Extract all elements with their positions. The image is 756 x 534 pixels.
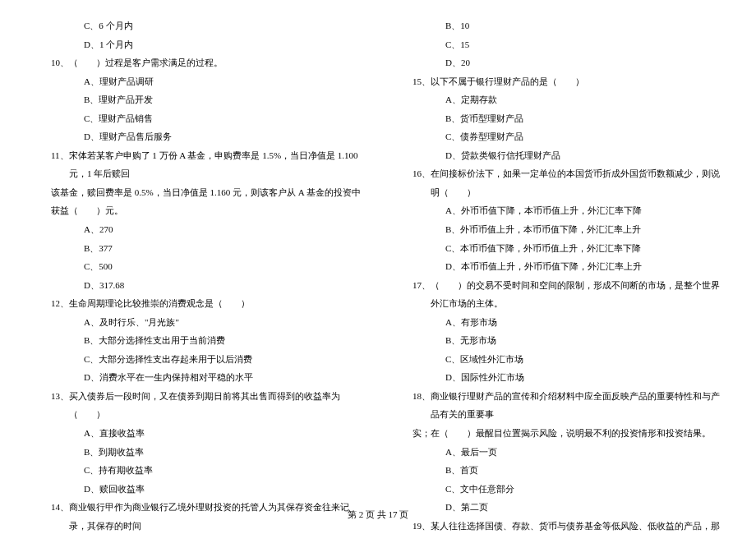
q9-option-d: D、1 个月内 [33,35,362,54]
q13-option-a: A、直接收益率 [33,424,362,443]
q17-option-c: C、区域性外汇市场 [394,350,723,369]
q12-option-c: C、大部分选择性支出存起来用于以后消费 [33,350,362,369]
q14-option-c: C、15 [394,35,723,54]
q13-option-b: B、到期收益率 [33,443,362,462]
q11-stem-line1: 11、宋体若某客户申购了 1 万份 A 基金，申购费率是 1.5%，当日净值是 … [51,146,362,183]
q11-option-a: A、270 [33,220,362,239]
q14-option-b: B、10 [394,16,723,35]
q10-stem: 10、（ ）过程是客户需求满足的过程。 [51,53,362,72]
q11-option-b: B、377 [33,239,362,258]
q18-option-b: B、首页 [394,461,723,480]
page-footer: 第 2 页 共 17 页 [0,509,756,521]
q11-option-c: C、500 [33,257,362,276]
q10-option-c: C、理财产品销售 [33,109,362,128]
q16-option-b: B、外币币值上升，本币币值下降，外汇汇率上升 [394,220,723,239]
q10-option-a: A、理财产品调研 [33,72,362,91]
q14-option-d: D、20 [394,53,723,72]
q11-option-d: D、317.68 [33,276,362,295]
q18-stem-line1: 18、商业银行理财产品的宣传和介绍材料中应全面反映产品的重要特性和与产品有关的重… [413,387,723,424]
q15-option-d: D、贷款类银行信托理财产品 [394,146,723,165]
q12-option-a: A、及时行乐、"月光族" [33,313,362,332]
right-column: B、10 C、15 D、20 15、以下不属于银行理财产品的是（ ） A、定期存… [378,16,723,501]
q13-stem: 13、买入债券后一段时间，又在债券到期日前将其出售而得到的收益率为（ ） [51,387,362,424]
q11-stem-line2: 该基金，赎回费率是 0.5%，当日净值是 1.160 元，则该客户从 A 基金的… [51,183,362,220]
q12-option-b: B、大部分选择性支出用于当前消费 [33,331,362,350]
q17-option-d: D、国际性外汇市场 [394,368,723,387]
q13-option-c: C、持有期收益率 [33,461,362,480]
q17-option-a: A、有形市场 [394,313,723,332]
q17-option-b: B、无形市场 [394,331,723,350]
q15-option-a: A、定期存款 [394,90,723,109]
q17-stem: 17、（ ）的交易不受时间和空间的限制，形成不间断的市场，是整个世界外汇市场的主… [413,276,723,313]
q18-option-a: A、最后一页 [394,443,723,462]
q10-option-b: B、理财产品开发 [33,90,362,109]
q10-option-d: D、理财产品售后服务 [33,127,362,146]
q15-stem: 15、以下不属于银行理财产品的是（ ） [413,72,723,91]
q12-option-d: D、消费水平在一生内保持相对平稳的水平 [33,368,362,387]
q9-option-c: C、6 个月内 [33,16,362,35]
q12-stem: 12、生命周期理论比较推崇的消费观念是（ ） [51,294,362,313]
q18-option-c: C、文中任意部分 [394,480,723,499]
q15-option-b: B、货币型理财产品 [394,109,723,128]
q18-stem-line2: 实；在（ ）最醒目位置揭示风险，说明最不利的投资情形和投资结果。 [413,424,723,443]
q16-option-d: D、本币币值上升，外币币值下降，外汇汇率上升 [394,257,723,276]
q13-option-d: D、赎回收益率 [33,480,362,499]
q15-option-c: C、债券型理财产品 [394,127,723,146]
q16-option-a: A、外币币值下降，本币币值上升，外汇汇率下降 [394,201,723,220]
page-container: C、6 个月内 D、1 个月内 10、（ ）过程是客户需求满足的过程。 A、理财… [0,0,756,501]
left-column: C、6 个月内 D、1 个月内 10、（ ）过程是客户需求满足的过程。 A、理财… [33,16,378,501]
q16-stem: 16、在间接标价法下，如果一定单位的本国货币折成外国货币数额减少，则说明（ ） [413,164,723,201]
q16-option-c: C、本币币值下降，外币币值上升，外汇汇率下降 [394,239,723,258]
